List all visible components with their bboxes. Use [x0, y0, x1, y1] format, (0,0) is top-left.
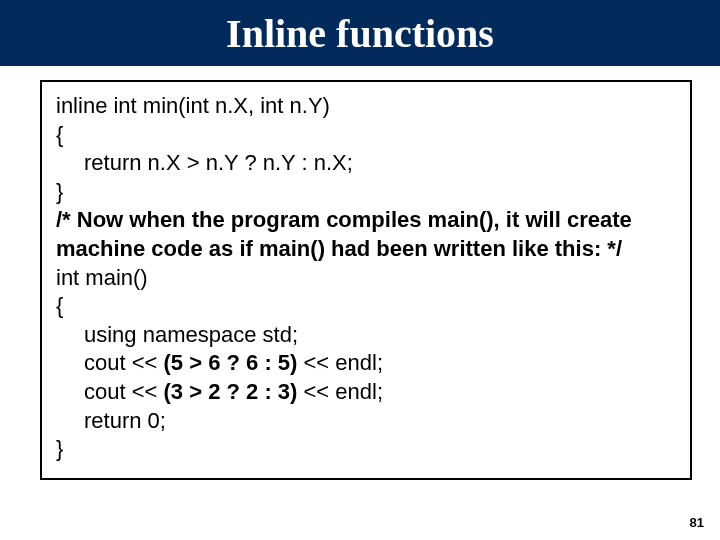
page-number: 81 — [690, 515, 704, 530]
code-comment-2: machine code as if main() had been writt… — [56, 235, 676, 264]
inline-expansion-2: (3 > 2 ? 2 : 3) — [164, 379, 298, 404]
code-line-13: } — [56, 435, 676, 464]
cout-suffix-1: << endl; — [297, 350, 383, 375]
code-line-2: { — [56, 121, 676, 150]
code-line-1: inline int min(int n.X, int n.Y) — [56, 92, 676, 121]
cout-prefix-1: cout << — [84, 350, 164, 375]
title-bar: Inline functions — [0, 0, 720, 66]
code-line-9: using namespace std; — [56, 321, 676, 350]
code-line-3: return n.X > n.Y ? n.Y : n.X; — [56, 149, 676, 178]
code-line-7: int main() — [56, 264, 676, 293]
code-box: inline int min(int n.X, int n.Y) { retur… — [40, 80, 692, 480]
code-comment-1: /* Now when the program compiles main(),… — [56, 206, 676, 235]
code-line-11: cout << (3 > 2 ? 2 : 3) << endl; — [56, 378, 676, 407]
code-line-10: cout << (5 > 6 ? 6 : 5) << endl; — [56, 349, 676, 378]
cout-prefix-2: cout << — [84, 379, 164, 404]
code-line-12: return 0; — [56, 407, 676, 436]
code-line-8: { — [56, 292, 676, 321]
cout-suffix-2: << endl; — [297, 379, 383, 404]
code-line-4: } — [56, 178, 676, 207]
slide-title: Inline functions — [226, 10, 494, 57]
inline-expansion-1: (5 > 6 ? 6 : 5) — [164, 350, 298, 375]
